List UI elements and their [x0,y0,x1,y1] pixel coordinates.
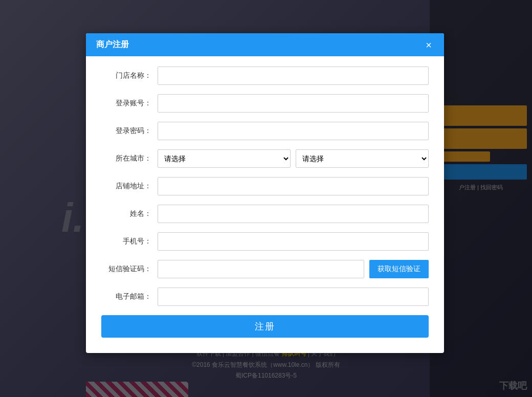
sms-code-input[interactable] [158,260,364,278]
modal-title: 商户注册 [96,39,129,50]
store-name-input[interactable] [158,67,429,85]
name-label: 姓名： [101,209,158,218]
city-row: 所在城市： 请选择 请选择 [101,149,429,168]
city-label: 所在城市： [101,154,158,163]
name-input[interactable] [158,205,429,223]
modal-header: 商户注册 × [86,33,444,56]
submit-row: 注册 [101,315,429,340]
registration-modal: 商户注册 × 门店名称： 登录账号： 登录密码： 所在城市： 请选择 [86,33,444,353]
login-account-input[interactable] [158,94,429,113]
sms-code-label: 短信验证码： [101,264,158,274]
phone-row: 手机号： [101,232,429,251]
city-select-1[interactable]: 请选择 [158,149,291,168]
submit-button[interactable]: 注册 [101,315,429,338]
phone-input[interactable] [158,232,429,251]
sms-code-row: 短信验证码： 获取短信验证 [101,260,429,278]
login-password-input[interactable] [158,122,429,140]
store-name-row: 门店名称： [101,67,429,85]
store-address-row: 店铺地址： [101,177,429,195]
login-password-label: 登录密码： [101,126,158,136]
phone-label: 手机号： [101,237,158,246]
store-address-input[interactable] [158,177,429,195]
email-input[interactable] [158,288,429,306]
email-row: 电子邮箱： [101,288,429,306]
login-account-row: 登录账号： [101,94,429,113]
modal-close-button[interactable]: × [424,40,434,50]
name-row: 姓名： [101,205,429,223]
sms-input-group: 获取短信验证 [158,260,429,278]
get-sms-button[interactable]: 获取短信验证 [369,260,429,278]
login-password-row: 登录密码： [101,122,429,140]
store-address-label: 店铺地址： [101,182,158,191]
modal-body: 门店名称： 登录账号： 登录密码： 所在城市： 请选择 请选择 [86,56,444,353]
store-name-label: 门店名称： [101,71,158,80]
city-selects: 请选择 请选择 [158,149,429,168]
email-label: 电子邮箱： [101,292,158,301]
city-select-2[interactable]: 请选择 [296,149,429,168]
login-account-label: 登录账号： [101,99,158,108]
